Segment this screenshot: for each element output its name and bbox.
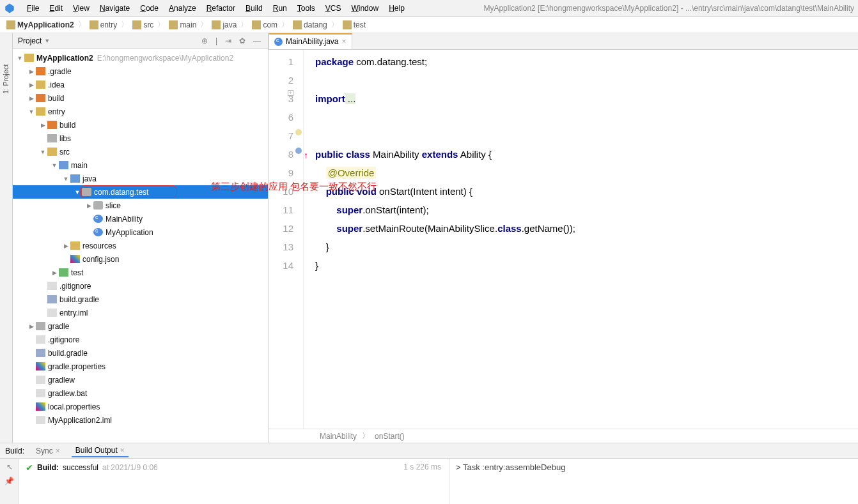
tree-node[interactable]: config.json [13,252,268,266]
code-editor[interactable]: + ↑ 12367891011121314 package com.datang… [269,50,858,429]
divider: | [214,36,219,45]
tree-root[interactable]: ▼MyApplication2E:\hongmengworkspace\MyAp… [13,51,268,65]
line-number[interactable]: 1 [269,52,293,71]
tree-node[interactable]: ▶test [13,266,268,279]
tree-node[interactable]: gradlew [13,373,268,386]
tool-window-stripe[interactable]: 1: Project [0,33,13,443]
chevron-right-icon: 〉 [281,19,289,30]
menu-code[interactable]: Code [135,3,164,14]
breadcrumb-item[interactable]: datang [290,20,330,30]
gutter[interactable]: + ↑ 12367891011121314 [269,50,304,429]
gutter-marker-icon[interactable] [295,129,302,135]
close-icon[interactable]: × [120,446,125,455]
breadcrumb-item[interactable]: MyApplication2 [4,20,77,30]
project-tool-tab[interactable]: 1: Project [2,65,10,94]
tree-node[interactable]: ▼src [13,145,268,158]
line-number[interactable]: 8 [269,145,293,164]
tree-node[interactable]: MyApplication [13,225,268,239]
tree-node[interactable]: local.properties [13,400,268,413]
tree-node[interactable]: build.gradle [13,293,268,306]
tree-node[interactable]: gradle.properties [13,360,268,373]
chevron-right-icon: 〉 [362,431,370,441]
console-line: > Task :entry:assembleDebug [456,462,852,472]
tree-node[interactable]: MainAbility [13,212,268,225]
settings-icon[interactable]: ✿ [237,36,247,45]
tree-node[interactable]: ▼java [13,172,268,185]
menu-refactor[interactable]: Refactor [201,3,240,14]
chevron-right-icon: 〉 [200,19,208,30]
breadcrumb-item[interactable]: entry [87,20,120,30]
line-number[interactable]: 2 [269,71,293,89]
tree-node[interactable]: ▼main [13,158,268,172]
build-elapsed: 1 s 226 ms [403,462,441,471]
collapse-icon[interactable]: ⇥ [223,36,233,45]
line-number[interactable]: 13 [269,238,293,256]
project-panel: Project ▼ ⊕ | ⇥ ✿ — ▼MyApplication2E:\ho… [13,33,269,443]
fold-toggle-icon[interactable]: + [288,90,293,96]
menu-file[interactable]: File [22,3,44,14]
line-number[interactable]: 14 [269,256,293,275]
line-number[interactable]: 6 [269,108,293,126]
breadcrumb-item[interactable]: java [209,20,239,30]
menu-build[interactable]: Build [240,3,268,14]
line-number[interactable]: 9 [269,164,293,182]
wrench-icon[interactable]: ↖ [6,462,13,471]
tree-node[interactable]: .gitignore [13,279,268,293]
project-tree[interactable]: ▼MyApplication2E:\hongmengworkspace\MyAp… [13,49,268,443]
tree-node[interactable]: ▶gradle [13,319,268,333]
tree-node[interactable]: MyApplication2.iml [13,413,268,427]
hide-icon[interactable]: — [251,36,263,45]
pin-icon[interactable]: 📌 [4,477,14,485]
tree-node[interactable]: ▶resources [13,239,268,252]
menu-vcs[interactable]: VCS [320,3,347,14]
line-number[interactable]: 12 [269,219,293,238]
menu-navigate[interactable]: Navigate [95,3,135,14]
tree-node[interactable]: .gitignore [13,333,268,346]
breadcrumb: MyApplication2〉entry〉src〉main〉java〉com〉d… [0,17,858,33]
crumb-method[interactable]: onStart() [375,432,405,441]
breadcrumb-item[interactable]: src [130,20,156,30]
gutter-arrow-icon: ↑ [304,146,308,165]
tab-sync[interactable]: Sync× [32,445,64,457]
chevron-right-icon: 〉 [240,19,248,30]
breadcrumb-item[interactable]: main [166,20,199,30]
line-number[interactable]: 11 [269,201,293,219]
close-icon[interactable]: × [56,447,60,455]
locate-icon[interactable]: ⊕ [199,36,210,45]
tree-node[interactable]: ▼entry [13,105,268,118]
tree-node[interactable]: build.gradle [13,346,268,360]
menu-window[interactable]: Window [346,3,384,14]
close-tab-icon[interactable]: × [341,37,346,46]
build-console[interactable]: > Task :entry:assembleDebug [449,459,858,504]
tree-node[interactable]: ▶build [13,118,268,132]
menu-view[interactable]: View [68,3,95,14]
build-label: Build: [5,447,24,455]
project-view-selector[interactable]: Project [18,36,42,45]
tree-node[interactable]: gradlew.bat [13,386,268,400]
tree-node[interactable]: entry.iml [13,306,268,319]
menu-help[interactable]: Help [384,3,410,14]
line-number[interactable]: 10 [269,182,293,201]
tree-node[interactable]: ▼com.datang.test [13,185,268,199]
build-status-result: successful [63,463,98,472]
chevron-right-icon: 〉 [331,19,339,30]
breadcrumb-item[interactable]: com [249,20,280,30]
tree-node[interactable]: ▶slice [13,199,268,212]
override-marker-icon[interactable] [295,148,302,154]
editor-tab[interactable]: MainAbility.java × [269,33,352,49]
tree-node[interactable]: libs [13,132,268,145]
tab-build-output[interactable]: Build Output× [72,445,129,457]
tree-node[interactable]: ▶build [13,91,268,105]
tree-node[interactable]: ▶.idea [13,78,268,91]
line-number[interactable]: 7 [269,126,293,145]
menu-edit[interactable]: Edit [44,3,68,14]
menu-tools[interactable]: Tools [292,3,320,14]
build-tabs: Build: Sync× Build Output× [0,443,858,459]
breadcrumb-item[interactable]: test [340,20,368,30]
tree-node[interactable]: ▶.gradle [13,65,268,78]
menu-run[interactable]: Run [268,3,292,14]
code-content[interactable]: package com.datang.test; import ... publ… [304,50,858,429]
menu-analyze[interactable]: Analyze [164,3,201,14]
crumb-class[interactable]: MainAbility [320,432,357,441]
editor-area: MainAbility.java × + ↑ 12367891011121314… [269,33,858,443]
